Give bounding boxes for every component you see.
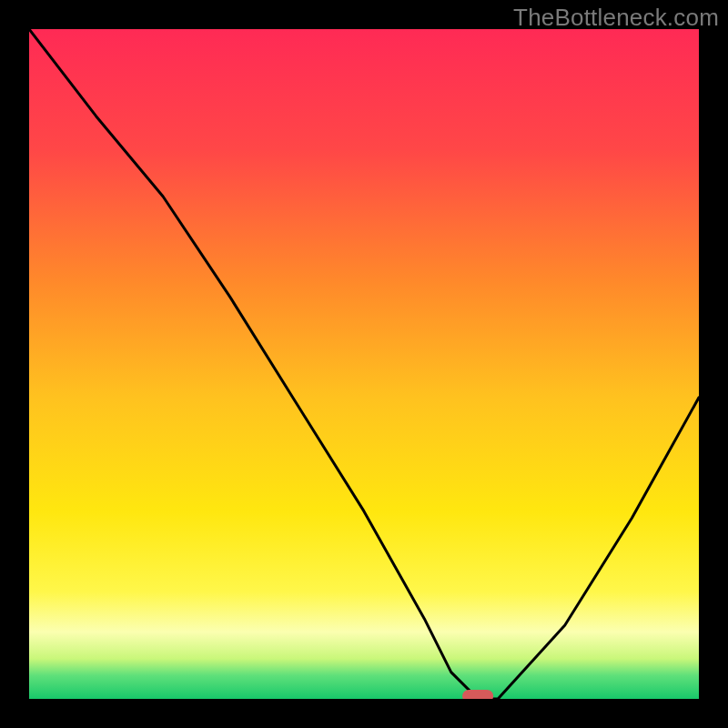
chart-svg [29, 29, 699, 699]
gradient-background [29, 29, 699, 699]
chart-frame: TheBottleneck.com [0, 0, 728, 728]
watermark-text: TheBottleneck.com [513, 4, 719, 32]
plot-area [29, 29, 699, 699]
optimal-point-marker [462, 690, 493, 699]
